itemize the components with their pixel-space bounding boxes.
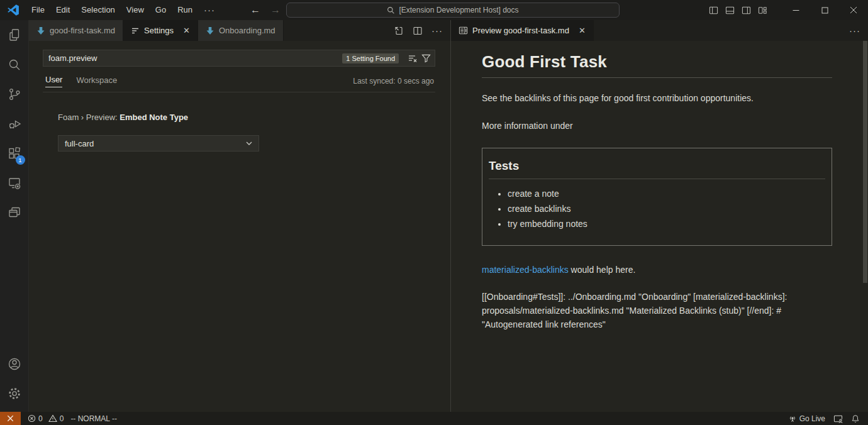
menu-more-icon[interactable]: ··· [198,1,221,19]
settings-scope-row: User Workspace Last synced: 0 secs ago [43,75,435,92]
split-editor-icon[interactable] [413,26,423,36]
remote-indicator[interactable] [0,412,21,425]
markdown-preview-icon [459,26,468,35]
preview-title: Good First Task [482,52,832,72]
editor-group-left: good-first-task.md Settings ✕ Onboardi [29,20,450,412]
tab-preview-good-first-task[interactable]: Preview good-first-task.md ✕ [451,20,594,41]
settings-found-badge: 1 Setting Found [342,53,399,63]
remote-explorer-icon[interactable] [0,168,29,197]
list-item: create a note [508,189,825,199]
clear-settings-filter-icon[interactable] [408,53,418,63]
window-controls [709,0,868,20]
setting-category-label: Foam › Preview: [58,113,120,122]
settings-editor: 1 Setting Found [29,41,450,412]
broadcast-icon [788,414,797,423]
menu-run[interactable]: Run [172,1,198,19]
customize-layout-icon[interactable] [758,6,767,15]
open-settings-json-icon[interactable] [394,26,404,36]
preview-paragraph: See the backlinks of this page for good … [482,92,832,105]
title-rule [482,77,832,78]
more-actions-icon[interactable]: ··· [849,25,860,36]
close-tab-icon[interactable]: ✕ [183,26,190,35]
account-icon[interactable] [0,349,29,378]
go-forward-icon: → [270,4,281,16]
tab-label: Preview good-first-task.md [472,26,569,35]
settings-search-input[interactable] [48,53,342,63]
go-live-button[interactable]: Go Live [788,414,825,423]
link-references-paragraph: [[Onboarding#Tests]]: ../Onboarding.md "… [482,290,832,332]
close-tab-icon[interactable]: ✕ [579,26,586,35]
embedded-note-heading: Tests [489,159,825,173]
tab-label: good-first-task.md [50,26,115,35]
settings-tab-icon [131,26,140,35]
search-view-icon[interactable] [0,50,29,79]
windows-view-icon[interactable] [0,197,29,227]
go-live-label: Go Live [799,414,825,423]
title-bar: File Edit Selection View Go Run ··· ← → … [0,0,868,20]
menu-selection[interactable]: Selection [75,1,120,19]
command-center-search[interactable]: [Extension Development Host] docs [286,3,620,18]
close-window-button[interactable] [839,0,868,20]
vim-mode-label: -- NORMAL -- [70,414,117,423]
tab-strip-right: Preview good-first-task.md ✕ ··· [451,20,868,41]
markdown-file-icon [36,26,45,35]
source-control-icon[interactable] [0,79,29,109]
setting-name-label: Embed Note Type [120,113,188,122]
menu-go[interactable]: Go [150,1,172,19]
menu-file[interactable]: File [26,1,50,19]
materialized-backlinks-link[interactable]: materialized-backlinks [482,265,569,275]
chevron-down-icon [245,139,253,148]
tab-strip-left: good-first-task.md Settings ✕ Onboardi [29,20,450,41]
scope-tab-user[interactable]: User [45,75,62,87]
editor-group-right: Preview good-first-task.md ✕ ··· Good Fi… [451,20,868,412]
filter-settings-icon[interactable] [421,53,431,63]
maximize-button[interactable] [810,0,839,20]
preview-paragraph: More information under [482,121,832,131]
search-icon [387,6,395,14]
tab-settings[interactable]: Settings ✕ [123,20,198,41]
extensions-icon[interactable]: 1 [0,138,29,168]
settings-gear-icon[interactable] [0,378,29,408]
vscode-window: File Edit Selection View Go Run ··· ← → … [0,0,868,425]
run-debug-icon[interactable] [0,109,29,138]
tab-onboarding[interactable]: Onboarding.md [198,20,284,41]
toggle-primary-sidebar-icon[interactable] [709,6,718,15]
list-item: try embedding notes [508,219,825,229]
preview-paragraph: materialized-backlinks would help here. [482,265,832,275]
status-bar: 0 0 -- NORMAL -- Go Live [0,412,868,425]
extensions-badge: 1 [16,155,25,165]
toggle-panel-icon[interactable] [725,6,735,15]
activity-bar: 1 [0,20,29,412]
errors-icon [28,414,36,422]
dropdown-value: full-card [65,139,94,148]
toggle-secondary-sidebar-icon[interactable] [742,6,751,15]
notifications-bell-icon[interactable] [851,414,860,423]
problems-indicator[interactable]: 0 0 [28,414,64,423]
heading-rule [489,179,825,179]
preview-scrollbar[interactable] [863,41,867,283]
embedded-note-card: Tests create a note create backlinks try… [482,148,832,246]
live-share-icon[interactable] [833,414,843,423]
command-center-title: [Extension Development Host] docs [399,6,518,14]
more-actions-icon[interactable]: ··· [431,25,443,36]
menu-edit[interactable]: Edit [50,1,75,19]
warnings-count: 0 [60,414,64,423]
setting-embed-note-type: Foam › Preview: Embed Note Type full-car… [58,113,435,152]
tab-good-first-task[interactable]: good-first-task.md [29,20,123,41]
tab-label: Settings [144,26,174,35]
markdown-file-icon [206,26,214,35]
menu-view[interactable]: View [121,1,150,19]
markdown-preview-pane: Good First Task See the backlinks of thi… [451,41,868,412]
minimize-button[interactable] [781,0,810,20]
link-suffix-text: would help here. [569,265,636,275]
go-back-icon[interactable]: ← [250,4,260,16]
vscode-logo-icon [7,4,19,16]
tab-label: Onboarding.md [219,26,275,35]
explorer-icon[interactable] [0,20,29,50]
scope-tab-workspace[interactable]: Workspace [76,75,117,87]
vim-mode-indicator[interactable]: -- NORMAL -- [70,414,117,423]
embed-note-type-dropdown[interactable]: full-card [58,135,259,152]
errors-count: 0 [38,414,43,423]
list-item: create backlinks [508,204,825,214]
remote-icon [6,414,14,422]
